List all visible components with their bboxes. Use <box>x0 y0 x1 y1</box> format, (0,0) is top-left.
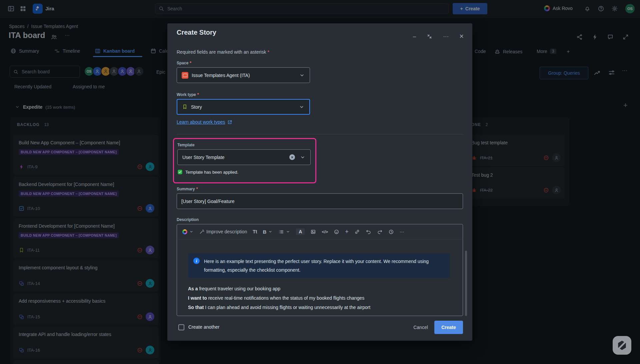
story-line: So that I can plan ahead and avoid missi… <box>188 303 452 312</box>
template-label: Template <box>177 143 195 147</box>
assistant-fab[interactable] <box>613 336 631 355</box>
minimize-icon[interactable]: – <box>413 34 416 39</box>
divider <box>177 134 463 134</box>
external-link-icon <box>227 120 232 125</box>
emoji-button[interactable] <box>334 229 339 235</box>
chevron-down-icon <box>189 229 194 234</box>
space-label: Space* <box>177 61 191 65</box>
create-story-modal: Create Story – ··· × Required fields are… <box>167 23 472 341</box>
collapse-icon[interactable] <box>427 34 432 39</box>
create-another-checkbox[interactable] <box>178 324 184 330</box>
create-another-label: Create another <box>188 324 219 330</box>
template-applied-icon <box>177 169 183 175</box>
close-icon[interactable]: × <box>459 33 464 40</box>
summary-input[interactable] <box>177 193 463 209</box>
modal-more-icon[interactable]: ··· <box>443 34 449 39</box>
editor-toolbar: Improve description Tt B A </> + ··· <box>177 224 463 239</box>
story-line: As a frequent traveler using our booking… <box>188 284 452 293</box>
template-select[interactable]: User Story Template × <box>177 149 311 165</box>
modal-scrollbar-thumb[interactable] <box>465 251 467 316</box>
chevron-down-icon <box>299 104 305 110</box>
modal-title: Create Story <box>177 29 216 36</box>
list-button[interactable] <box>278 229 290 235</box>
code-button[interactable]: </> <box>322 229 328 234</box>
wand-icon <box>199 229 205 234</box>
ai-icon <box>182 229 187 234</box>
redo-button[interactable] <box>377 229 383 235</box>
cancel-button[interactable]: Cancel <box>408 321 434 334</box>
info-panel: i Here is an example text presenting the… <box>188 253 450 278</box>
space-select[interactable]: Issue Templates Agent (ITA) <box>177 67 310 83</box>
insert-image-button[interactable] <box>310 229 316 235</box>
jira-app: Jira + Create Ask Rovo OS Spaces / Issue… <box>0 0 640 364</box>
chevron-down-icon <box>268 229 273 234</box>
improve-description-button[interactable]: Improve description <box>199 229 247 234</box>
emoji-icon <box>334 229 339 235</box>
space-avatar-icon <box>182 72 188 79</box>
chevron-down-icon <box>300 154 306 160</box>
chevron-down-icon <box>286 229 290 234</box>
create-submit-button[interactable]: Create <box>434 321 463 334</box>
image-icon <box>310 229 316 235</box>
link-icon <box>354 229 360 235</box>
undo-icon <box>366 229 371 235</box>
link-button[interactable] <box>354 229 360 235</box>
insert-plus-button[interactable]: + <box>345 228 349 235</box>
story-icon <box>182 104 188 110</box>
info-icon: i <box>193 258 200 264</box>
text-color-button[interactable]: A <box>296 228 305 235</box>
history-button[interactable] <box>388 229 394 235</box>
summary-label: Summary* <box>177 187 198 191</box>
description-label: Description <box>177 217 199 222</box>
clear-icon[interactable]: × <box>289 154 295 160</box>
toolbar-more-button[interactable]: ··· <box>400 229 404 234</box>
modal-footer: Create another Cancel Create <box>167 321 472 334</box>
work-type-select[interactable]: Story <box>177 99 310 115</box>
undo-button[interactable] <box>366 229 371 235</box>
bold-button[interactable]: B <box>263 229 273 235</box>
learn-work-types-link[interactable]: Learn about work types <box>177 119 232 125</box>
redo-icon <box>377 229 383 235</box>
assistant-logo-icon <box>618 341 626 350</box>
required-note: Required fields are marked with an aster… <box>177 49 269 55</box>
work-type-label: Work type* <box>177 92 199 97</box>
template-applied-status: Template has been applied. <box>177 169 238 175</box>
description-editor[interactable]: Improve description Tt B A </> + ··· i H… <box>177 224 463 316</box>
history-icon <box>388 229 394 235</box>
ai-menu-button[interactable] <box>182 229 194 234</box>
list-icon <box>278 229 284 235</box>
story-line: I want to receive real-time notification… <box>188 293 452 303</box>
chevron-down-icon <box>299 72 305 78</box>
text-styles-button[interactable]: Tt <box>253 229 257 234</box>
